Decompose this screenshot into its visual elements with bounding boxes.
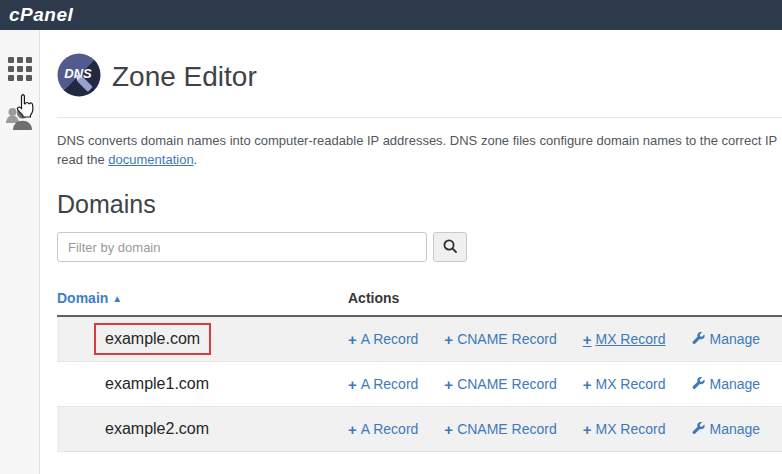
plus-icon: + [444, 331, 453, 348]
wrench-icon [692, 377, 705, 393]
domain-cell: example.com [57, 323, 348, 355]
add-mx-record-link[interactable]: +MX Record [583, 421, 666, 438]
page-header: DNS Zone Editor [57, 55, 782, 99]
mouse-cursor-icon [14, 93, 34, 123]
plus-icon: + [583, 421, 592, 438]
domain-cell: example2.com [57, 420, 348, 438]
add-cname-record-link[interactable]: +CNAME Record [444, 421, 556, 438]
add-a-record-link[interactable]: +A Record [348, 376, 418, 393]
add-mx-record-link[interactable]: +MX Record [583, 376, 666, 393]
actions-cell: +A Record +CNAME Record +MX Record Manag… [348, 421, 782, 438]
plus-icon: + [348, 421, 357, 438]
column-header-actions: Actions [348, 290, 399, 306]
domain-name: example2.com [105, 420, 209, 437]
table-header-row: Domain▲ Actions [57, 290, 782, 317]
search-icon [442, 238, 458, 257]
annotation-highlight-box: example.com [94, 323, 211, 355]
sidebar-apps-button[interactable] [5, 57, 35, 85]
add-cname-record-link[interactable]: +CNAME Record [444, 376, 556, 393]
sort-ascending-icon: ▲ [112, 293, 122, 304]
domain-name: example1.com [105, 375, 209, 392]
documentation-link[interactable]: documentation [108, 152, 193, 167]
table-row: example.com +A Record +CNAME Record +MX … [57, 317, 782, 362]
plus-icon: + [444, 376, 453, 393]
actions-cell: +A Record +CNAME Record +MX Record Manag… [348, 331, 782, 348]
wrench-icon [692, 332, 705, 348]
page-title: Zone Editor [112, 61, 257, 93]
wrench-icon [692, 422, 705, 438]
plus-icon: + [348, 376, 357, 393]
plus-icon: + [583, 376, 592, 393]
dns-zone-editor-icon: DNS [57, 53, 101, 101]
add-cname-record-link[interactable]: +CNAME Record [444, 331, 556, 348]
manage-link[interactable]: Manage [692, 421, 761, 437]
add-a-record-link[interactable]: +A Record [348, 421, 418, 438]
table-row: example2.com +A Record +CNAME Record +MX… [57, 407, 782, 452]
column-header-domain[interactable]: Domain▲ [57, 290, 348, 306]
filter-search-button[interactable] [433, 232, 467, 262]
page-description: DNS converts domain names into computer-… [57, 131, 782, 169]
main-content: DNS Zone Editor DNS converts domain name… [40, 30, 782, 474]
description-line-1: DNS converts domain names into computer-… [57, 131, 782, 150]
manage-link[interactable]: Manage [692, 331, 761, 347]
add-a-record-link[interactable]: +A Record [348, 331, 418, 348]
plus-icon: + [583, 331, 592, 348]
plus-icon: + [348, 331, 357, 348]
domain-cell: example1.com [57, 375, 348, 393]
cpanel-logo[interactable]: cPanel [9, 4, 73, 26]
add-mx-record-link[interactable]: +MX Record [583, 331, 666, 348]
domains-table: Domain▲ Actions example.com +A Record +C… [57, 290, 782, 452]
domains-heading: Domains [57, 190, 782, 219]
left-sidebar [0, 30, 40, 474]
manage-link[interactable]: Manage [692, 376, 761, 392]
apps-grid-icon [8, 57, 32, 85]
plus-icon: + [444, 421, 453, 438]
domain-filter-input[interactable] [57, 232, 427, 262]
top-navigation-bar: cPanel [0, 0, 782, 30]
description-line-2: read the documentation. [57, 150, 782, 169]
actions-cell: +A Record +CNAME Record +MX Record Manag… [348, 376, 782, 393]
domain-filter-row [57, 232, 782, 262]
table-row: example1.com +A Record +CNAME Record +MX… [57, 362, 782, 407]
domain-name: example.com [105, 330, 200, 347]
header-divider [57, 117, 782, 118]
sidebar-user-manager-button[interactable] [5, 102, 35, 134]
